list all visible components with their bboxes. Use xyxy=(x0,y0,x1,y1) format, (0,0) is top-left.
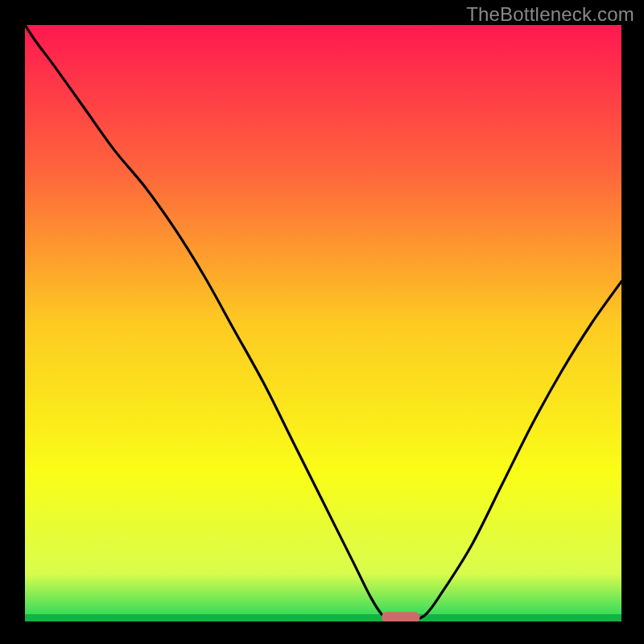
baseline-strip xyxy=(25,614,621,621)
chart-frame: TheBottleneck.com xyxy=(0,0,644,644)
optimal-marker xyxy=(382,612,419,621)
bottleneck-chart xyxy=(25,25,621,621)
gradient-background xyxy=(25,25,621,621)
watermark-text: TheBottleneck.com xyxy=(466,3,634,26)
